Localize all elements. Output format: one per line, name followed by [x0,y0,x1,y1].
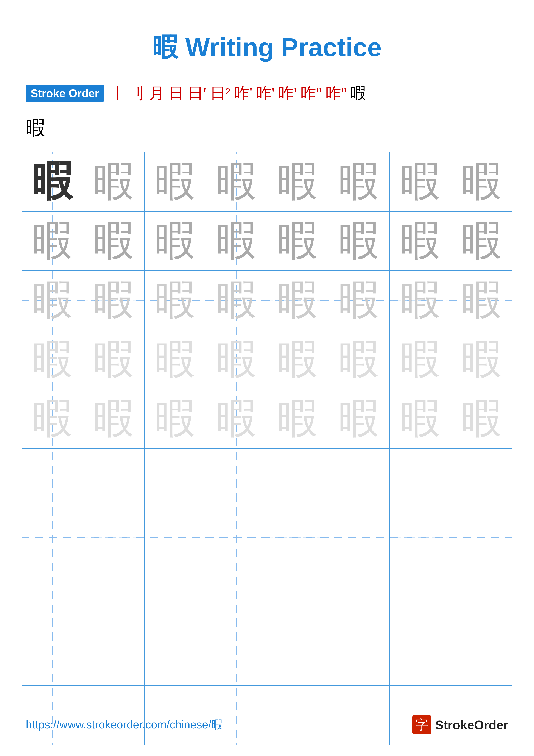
grid-cell[interactable]: 暇 [451,152,512,211]
grid-cell[interactable]: 暇 [144,152,206,211]
cell-character: 暇 [155,396,195,442]
cell-character: 暇 [277,159,318,204]
grid-cell[interactable] [144,508,206,567]
grid-cell[interactable] [267,567,328,626]
grid-cell[interactable]: 暇 [267,152,328,211]
grid-cell[interactable]: 暇 [390,330,451,389]
cell-character: 暇 [216,337,257,382]
grid-cell[interactable]: 暇 [22,330,83,389]
grid-cell[interactable] [206,508,267,567]
grid-cell[interactable]: 暇 [22,271,83,330]
grid-cell[interactable] [206,448,267,508]
grid-cell[interactable]: 暇 [206,152,267,211]
grid-cell[interactable]: 暇 [267,389,328,448]
grid-cell[interactable]: 暇 [328,389,390,448]
grid-cell[interactable]: 暇 [451,271,512,330]
grid-cell[interactable]: 暇 [267,271,328,330]
grid-cell[interactable] [22,626,83,686]
footer-url[interactable]: https://www.strokeorder.com/chinese/暇 [26,717,222,732]
grid-cell[interactable]: 暇 [22,389,83,448]
grid-cell[interactable] [206,626,267,686]
grid-cell[interactable] [451,626,512,686]
grid-cell[interactable]: 暇 [451,330,512,389]
grid-cell[interactable]: 暇 [390,152,451,211]
cell-character: 暇 [400,396,441,442]
grid-cell[interactable]: 暇 [328,271,390,330]
cell-character: 暇 [216,159,257,204]
grid-cell[interactable] [390,448,451,508]
cell-character: 暇 [216,396,257,442]
grid-cell[interactable]: 暇 [22,211,83,271]
grid-cell[interactable] [451,508,512,567]
grid-cell[interactable] [390,508,451,567]
stroke-3: 月 [149,86,165,101]
grid-cell[interactable] [328,448,390,508]
footer-logo-icon: 字 [412,715,431,735]
grid-cell[interactable]: 暇 [390,211,451,271]
grid-cell[interactable]: 暇 [328,152,390,211]
cell-character: 暇 [339,396,379,442]
grid-cell[interactable] [451,448,512,508]
cell-character: 暇 [461,278,502,323]
cell-character: 暇 [277,278,318,323]
grid-cell[interactable] [267,448,328,508]
grid-cell[interactable] [267,508,328,567]
grid-cell[interactable] [390,567,451,626]
grid-cell[interactable]: 暇 [83,330,144,389]
grid-cell[interactable]: 暇 [390,271,451,330]
grid-cell[interactable]: 暇 [390,389,451,448]
stroke-order-badge: Stroke Order [26,85,104,102]
grid-cell[interactable]: 暇 [267,211,328,271]
grid-cell[interactable]: 暇 [451,211,512,271]
practice-grid-container: 暇暇暇暇暇暇暇暇暇暇暇暇暇暇暇暇暇暇暇暇暇暇暇暇暇暇暇暇暇暇暇暇暇暇暇暇暇暇暇暇 [0,152,534,745]
cell-character: 暇 [339,278,379,323]
grid-cell[interactable] [144,567,206,626]
cell-character: 暇 [93,219,134,264]
grid-cell[interactable] [144,448,206,508]
grid-cell[interactable]: 暇 [328,211,390,271]
stroke-10: 昨'' [300,86,321,101]
grid-cell[interactable]: 暇 [451,389,512,448]
stroke-bottom-char: 暇 [26,117,45,139]
grid-cell[interactable] [390,626,451,686]
grid-cell[interactable]: 暇 [144,330,206,389]
grid-cell[interactable] [206,567,267,626]
grid-cell[interactable] [83,626,144,686]
grid-cell[interactable]: 暇 [144,389,206,448]
cell-character: 暇 [461,219,502,264]
cell-character: 暇 [277,219,318,264]
grid-cell[interactable]: 暇 [267,330,328,389]
grid-cell[interactable]: 暇 [206,271,267,330]
stroke-7: 昨' [234,86,252,101]
footer-logo-text: StrokeOrder [435,717,508,732]
cell-character: 暇 [155,219,195,264]
cell-character: 暇 [400,337,441,382]
grid-cell[interactable]: 暇 [83,211,144,271]
grid-cell[interactable]: 暇 [206,330,267,389]
grid-cell[interactable]: 暇 [206,389,267,448]
grid-cell[interactable] [328,508,390,567]
grid-cell[interactable]: 暇 [144,271,206,330]
grid-cell[interactable]: 暇 [83,389,144,448]
grid-cell[interactable] [328,567,390,626]
grid-cell[interactable] [83,567,144,626]
grid-cell[interactable] [83,448,144,508]
grid-cell[interactable] [22,448,83,508]
grid-cell[interactable]: 暇 [206,211,267,271]
grid-cell[interactable] [144,626,206,686]
grid-cell[interactable]: 暇 [144,211,206,271]
grid-cell[interactable] [267,626,328,686]
grid-cell[interactable] [328,626,390,686]
cell-character: 暇 [461,337,502,382]
grid-cell[interactable] [451,567,512,626]
grid-cell[interactable]: 暇 [83,271,144,330]
grid-cell[interactable]: 暇 [83,152,144,211]
grid-cell[interactable] [22,567,83,626]
grid-cell[interactable]: 暇 [22,152,83,211]
grid-cell[interactable]: 暇 [328,330,390,389]
grid-cell[interactable] [22,508,83,567]
stroke-6: 日² [210,86,230,101]
grid-cell[interactable] [83,508,144,567]
stroke-4: 日 [168,86,184,101]
stroke-11: 昨'' [325,86,346,101]
